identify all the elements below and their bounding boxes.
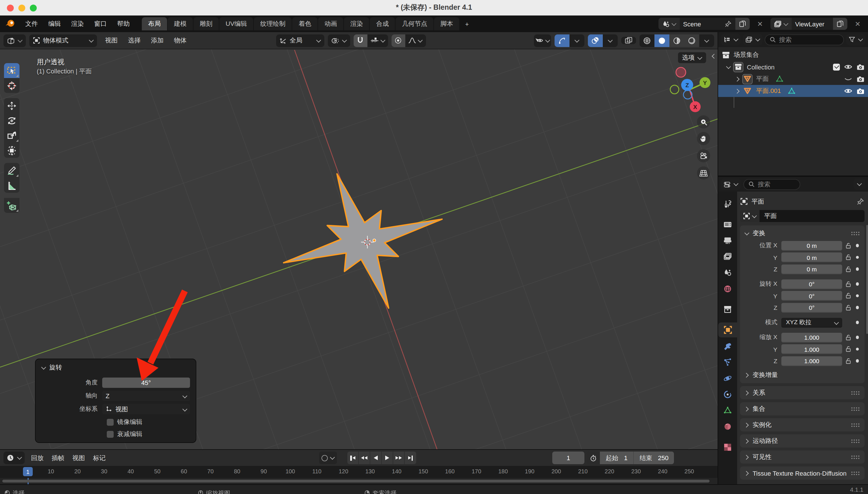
show-object-types[interactable] [534,34,551,47]
texture-properties-tab[interactable] [718,439,737,454]
falloff-editing-checkbox[interactable] [107,431,114,437]
play-back-button[interactable] [370,452,382,464]
constraints-properties-tab[interactable] [718,387,737,402]
viewlayer-selector[interactable]: ViewLayer [771,18,847,30]
end-frame-field[interactable]: 结束250 [634,452,674,464]
snap-settings[interactable] [367,34,388,47]
transform-panel-header[interactable]: 变换 [740,228,865,239]
panel-grip[interactable] [851,423,860,427]
transform-value-field-3[interactable]: 0° [781,279,842,289]
lock-icon[interactable] [842,242,854,249]
move-tool[interactable] [4,98,19,113]
transform-value-field-0[interactable]: 0 m [781,241,842,250]
lock-icon[interactable] [842,292,854,300]
camera-icon[interactable] [856,88,865,94]
axis-dropdown[interactable]: Z [102,391,190,401]
animate-property-dot[interactable] [854,268,861,271]
animate-property-dot[interactable] [854,256,861,259]
workspace-tab-5[interactable]: 着色 [293,17,318,31]
lock-icon[interactable] [842,334,854,341]
timeline-menu-1[interactable]: 插帧 [48,452,68,464]
delta-transform-section[interactable]: 变换增量 [740,367,865,380]
transform-tool[interactable] [4,143,19,158]
jump-end-button[interactable] [405,452,416,464]
scale-tool[interactable] [4,128,19,143]
menu-2[interactable]: 渲染 [66,18,89,30]
workspace-tab-4[interactable]: 纹理绘制 [254,17,292,31]
camera-icon[interactable] [856,75,865,82]
wireframe-shading-button[interactable] [640,34,654,47]
transform-value-field-7[interactable]: 1.000 [781,332,842,342]
menu-3[interactable]: 窗口 [89,18,112,30]
workspace-tab-0[interactable]: 布局 [142,17,167,31]
orientation-dropdown[interactable]: 视图 [102,404,190,414]
eye-icon[interactable] [844,87,852,95]
animate-property-dot[interactable] [854,294,861,298]
material-properties-tab[interactable] [718,419,737,434]
next-key-button[interactable] [393,452,405,464]
viewlayer-name[interactable]: ViewLayer [792,18,833,30]
section-0[interactable]: 关系 [740,386,865,399]
animate-property-dot[interactable] [854,321,861,324]
pivot-point-selector[interactable] [328,34,350,47]
lock-icon[interactable] [842,280,854,288]
animate-property-dot[interactable] [854,244,861,247]
lock-icon[interactable] [842,253,854,261]
playhead[interactable]: 1 [23,467,33,476]
add-cube-tool[interactable] [4,198,19,213]
properties-search-input[interactable]: 搜索 [743,179,800,190]
timeline-editor-selector[interactable] [3,452,25,464]
viewlayer-browse-chevron[interactable] [783,21,788,26]
transform-value-field-1[interactable]: 0 m [781,252,842,262]
world-properties-tab[interactable] [718,281,737,296]
timeline-ruler[interactable]: 1 10203040506070809010011012013014015016… [0,466,718,478]
workspace-tab-1[interactable]: 建模 [168,17,193,31]
timeline-menu-0[interactable]: 回放 [27,452,48,464]
section-3[interactable]: 运动路径 [740,434,865,448]
section-1[interactable]: 集合 [740,402,865,415]
pin-icon[interactable] [856,197,865,205]
lock-icon[interactable] [842,345,854,353]
object-name-field[interactable]: 平面 [759,210,865,222]
panel-grip[interactable] [851,439,860,443]
snap-toggle[interactable] [353,34,367,47]
remove-viewlayer-button[interactable]: ✕ [852,20,863,28]
viewport-menu-2[interactable]: 添加 [146,34,168,46]
falloff-selector[interactable] [405,34,426,47]
select-box-tool[interactable] [4,63,19,78]
solid-shading-button[interactable] [654,34,669,47]
workspace-tab-10[interactable]: 脚本 [434,17,460,31]
mode-selector[interactable]: 物体模式 [29,34,97,47]
outliner-row-plane[interactable]: 平面 [718,73,868,85]
toggle-grid-button[interactable] [697,166,710,179]
tool-properties-tab[interactable] [718,196,737,211]
section-2[interactable]: 实例化 [740,418,865,432]
start-frame-field[interactable]: 起始1 [600,452,634,464]
menu-1[interactable]: 编辑 [43,18,66,30]
shading-settings[interactable] [699,34,714,47]
pan-view-button[interactable] [697,132,710,145]
object-properties-tab[interactable] [718,322,737,337]
animate-property-dot[interactable] [854,336,861,339]
collection-expand-chevron[interactable] [726,64,731,69]
plane001-expand-chevron[interactable] [735,89,740,93]
eye-icon[interactable] [844,63,852,71]
panel-grip[interactable] [851,407,860,411]
timeline-scrollbar[interactable] [2,480,709,482]
section-4[interactable]: 可见性 [740,450,865,463]
eye-closed-icon[interactable] [844,75,852,83]
plane-expand-chevron[interactable] [735,77,740,81]
transform-value-field-5[interactable]: 0° [781,303,842,312]
keying-settings-chevron[interactable] [330,456,335,460]
outliner-display-mode[interactable] [743,34,762,45]
current-frame-field[interactable]: 1 [552,452,585,464]
collection-properties-tab[interactable] [718,302,737,317]
transform-value-field-4[interactable]: 0° [781,291,842,301]
outliner-editor-selector[interactable] [721,34,741,45]
measure-tool[interactable] [4,178,19,193]
modifiers-properties-tab[interactable] [718,339,737,354]
rotation-mode-dropdown[interactable]: XYZ 欧拉 [781,318,842,327]
workspace-tab-7[interactable]: 渲染 [344,17,369,31]
view-layer-properties-tab[interactable] [718,249,737,264]
rendered-shading-button[interactable] [684,34,699,47]
